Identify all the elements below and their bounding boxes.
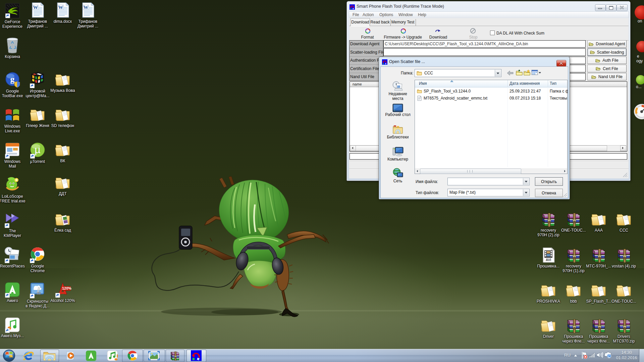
- svg-text:µ: µ: [35, 144, 40, 155]
- svg-text:g: g: [10, 74, 15, 84]
- svg-text:120%: 120%: [62, 286, 71, 290]
